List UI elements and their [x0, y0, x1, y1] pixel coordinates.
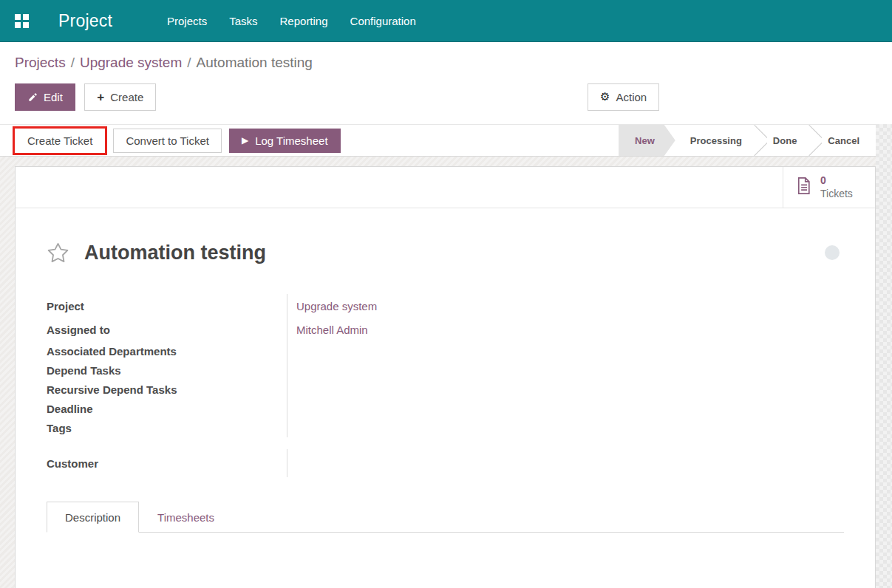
plus-icon: + — [97, 91, 104, 103]
field-value-tags[interactable] — [296, 418, 509, 437]
breadcrumb-projects[interactable]: Projects — [15, 55, 66, 70]
create-ticket-button[interactable]: Create Ticket — [15, 129, 105, 153]
button-box: 0 Tickets — [16, 167, 875, 208]
field-label-assigned-to: Assigned to — [47, 324, 110, 336]
field-label-associated-departments: Associated Departments — [47, 345, 177, 358]
field-value-project[interactable]: Upgrade system — [296, 300, 377, 312]
stage-separator-chevron — [803, 125, 822, 156]
form-sheet: 0 Tickets Automation testing Project Ass… — [15, 166, 876, 588]
menu-item-projects[interactable]: Projects — [166, 10, 208, 32]
menu-item-configuration[interactable]: Configuration — [349, 10, 418, 32]
favorite-star-icon[interactable] — [47, 242, 69, 264]
top-menu: Projects Tasks Reporting Configuration — [166, 10, 418, 32]
field-value-assigned-to[interactable]: Mitchell Admin — [296, 324, 368, 336]
record-title: Automation testing — [84, 242, 266, 264]
annotation-highlight: Create Ticket — [13, 126, 107, 155]
field-value-deadline[interactable] — [296, 399, 509, 418]
app-name[interactable]: Project — [58, 11, 112, 31]
gear-icon: ⚙ — [600, 92, 610, 103]
notebook-tabs: Description Timesheets — [47, 502, 844, 533]
control-panel: Edit + Create ⚙ Action — [0, 83, 892, 124]
field-label-recursive-depend-tasks: Recursive Depend Tasks — [47, 383, 177, 396]
tab-description[interactable]: Description — [47, 502, 139, 533]
play-icon: ▶ — [242, 135, 248, 146]
field-label-project: Project — [47, 300, 84, 312]
breadcrumb-current: Automation testing — [197, 55, 313, 70]
log-timesheet-label: Log Timesheet — [255, 134, 327, 147]
tickets-label: Tickets — [820, 188, 853, 201]
action-button-label: Action — [616, 91, 647, 103]
create-button-label: Create — [110, 91, 143, 103]
tab-content-description — [47, 533, 844, 588]
stage-done[interactable]: Done — [767, 125, 803, 156]
tickets-stat-button[interactable]: 0 Tickets — [783, 167, 875, 208]
stage-separator-chevron — [748, 125, 767, 156]
statusbar: Create Ticket Convert to Ticket ▶ Log Ti… — [0, 124, 876, 157]
scrollbar-track[interactable] — [876, 124, 892, 588]
action-button[interactable]: ⚙ Action — [588, 83, 659, 111]
stage-new[interactable]: New — [619, 125, 675, 156]
field-group-main: Project Assigned to Associated Departmen… — [47, 294, 509, 437]
kanban-state-dot[interactable] — [825, 245, 840, 260]
field-value-customer[interactable] — [296, 449, 509, 477]
field-label-deadline: Deadline — [47, 403, 93, 415]
breadcrumb-separator: / — [66, 55, 80, 70]
field-label-tags: Tags — [47, 422, 72, 434]
breadcrumb-upgrade-system[interactable]: Upgrade system — [80, 55, 182, 70]
field-value-associated-departments[interactable] — [296, 341, 509, 360]
field-group-customer: Customer — [47, 449, 509, 477]
tickets-count: 0 — [820, 174, 853, 188]
convert-to-ticket-button[interactable]: Convert to Ticket — [113, 129, 222, 153]
log-timesheet-button[interactable]: ▶ Log Timesheet — [229, 129, 341, 153]
stage-pipeline: New Processing Done Cancel — [619, 125, 876, 156]
ticket-document-icon — [794, 176, 814, 199]
edit-button-label: Edit — [44, 91, 63, 103]
menu-item-tasks[interactable]: Tasks — [228, 10, 259, 32]
stage-cancel[interactable]: Cancel — [822, 125, 865, 156]
field-label-depend-tasks: Depend Tasks — [47, 364, 121, 377]
breadcrumb-separator: / — [182, 55, 196, 70]
menu-item-reporting[interactable]: Reporting — [279, 10, 330, 32]
tab-timesheets[interactable]: Timesheets — [139, 502, 233, 533]
form-body: Automation testing Project Assigned to A… — [16, 239, 875, 588]
pencil-icon — [27, 92, 38, 103]
create-button[interactable]: + Create — [84, 83, 156, 111]
field-value-depend-tasks[interactable] — [296, 360, 509, 380]
edit-button[interactable]: Edit — [15, 83, 75, 111]
field-label-customer: Customer — [47, 457, 98, 470]
apps-grid-icon[interactable] — [15, 14, 29, 28]
field-value-recursive-depend-tasks[interactable] — [296, 380, 509, 399]
top-navbar: Project Projects Tasks Reporting Configu… — [0, 0, 892, 42]
breadcrumb: Projects/Upgrade system/Automation testi… — [0, 42, 892, 83]
content-area: 0 Tickets Automation testing Project Ass… — [0, 157, 892, 588]
stage-processing[interactable]: Processing — [684, 125, 748, 156]
